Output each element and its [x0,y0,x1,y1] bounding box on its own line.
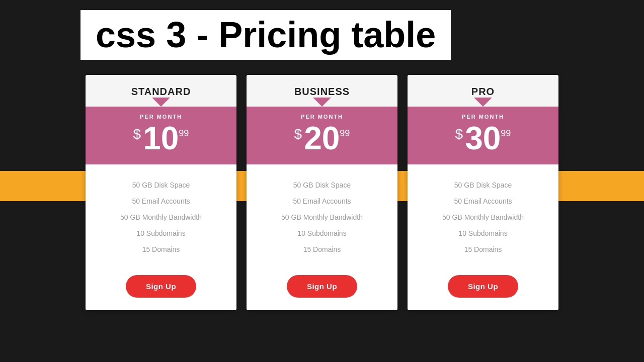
plan-name-standard: STANDARD [96,86,226,98]
card-header-pro: PRO [408,75,558,107]
price-section-pro: PER MONTH $ 30 99 [408,106,558,164]
feature-item-standard-4: 15 Domains [96,241,226,257]
dollar-sign-standard: $ [133,126,141,142]
pricing-card-business: BUSINESS PER MONTH $ 20 99 50 GB Disk Sp… [247,75,397,310]
price-section-business: PER MONTH $ 20 99 [247,106,397,164]
price-cents-business: 99 [340,128,350,139]
signup-section-pro: Sign Up [408,267,558,310]
signup-button-pro[interactable]: Sign Up [448,275,518,298]
feature-item-pro-2: 50 GB Monthly Bandwidth [418,209,548,225]
page-container: css 3 - Pricing table STANDARD PER MONTH… [0,0,644,320]
feature-item-business-0: 50 GB Disk Space [257,177,387,193]
arrow-pro [474,98,492,107]
per-month-label-standard: PER MONTH [96,114,226,120]
per-month-label-pro: PER MONTH [418,114,548,120]
price-cents-pro: 99 [501,128,511,139]
signup-section-business: Sign Up [247,267,397,310]
feature-item-standard-1: 50 Email Accounts [96,193,226,209]
signup-section-standard: Sign Up [86,267,236,310]
page-title: css 3 - Pricing table [96,15,436,55]
dollar-sign-pro: $ [455,126,463,142]
feature-item-business-2: 50 GB Monthly Bandwidth [257,209,387,225]
price-main-pro: 30 [465,122,501,154]
price-row-business: $ 20 99 [257,122,387,154]
card-header-standard: STANDARD [86,75,236,107]
card-header-business: BUSINESS [247,75,397,107]
feature-item-business-3: 10 Subdomains [257,225,387,241]
pricing-card-standard: STANDARD PER MONTH $ 10 99 50 GB Disk Sp… [86,75,236,310]
feature-item-pro-0: 50 GB Disk Space [418,177,548,193]
arrow-business [313,98,331,107]
price-cents-standard: 99 [179,128,189,139]
price-main-standard: 10 [143,122,179,154]
plan-name-business: BUSINESS [257,86,387,98]
price-main-business: 20 [304,122,340,154]
signup-button-business[interactable]: Sign Up [287,275,357,298]
features-section-standard: 50 GB Disk Space50 Email Accounts50 GB M… [86,164,236,267]
feature-item-standard-3: 10 Subdomains [96,225,226,241]
signup-button-standard[interactable]: Sign Up [126,275,196,298]
price-row-standard: $ 10 99 [96,122,226,154]
price-row-pro: $ 30 99 [418,122,548,154]
per-month-label-business: PER MONTH [257,114,387,120]
plan-name-pro: PRO [418,86,548,98]
features-section-business: 50 GB Disk Space50 Email Accounts50 GB M… [247,164,397,267]
feature-item-pro-4: 15 Domains [418,241,548,257]
dollar-sign-business: $ [294,126,302,142]
feature-item-pro-1: 50 Email Accounts [418,193,548,209]
feature-item-business-1: 50 Email Accounts [257,193,387,209]
pricing-card-pro: PRO PER MONTH $ 30 99 50 GB Disk Space50… [408,75,558,310]
features-section-pro: 50 GB Disk Space50 Email Accounts50 GB M… [408,164,558,267]
title-box: css 3 - Pricing table [80,10,451,60]
feature-item-business-4: 15 Domains [257,241,387,257]
feature-item-standard-2: 50 GB Monthly Bandwidth [96,209,226,225]
arrow-standard [152,98,170,107]
price-section-standard: PER MONTH $ 10 99 [86,106,236,164]
feature-item-pro-3: 10 Subdomains [418,225,548,241]
pricing-container: STANDARD PER MONTH $ 10 99 50 GB Disk Sp… [80,75,564,310]
feature-item-standard-0: 50 GB Disk Space [96,177,226,193]
